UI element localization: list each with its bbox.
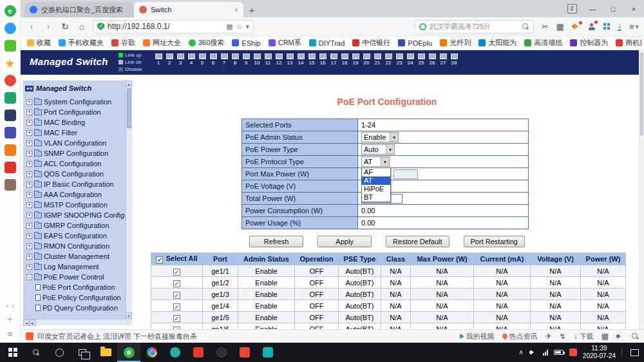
admin-status-select[interactable]: Enable ▼	[361, 132, 399, 142]
tray-expand-icon[interactable]: ∧	[519, 349, 524, 356]
news-headline[interactable]: 印度女官员记者会上 流泪诉苦 下一秒直接服毒自杀	[37, 332, 197, 341]
max-power-input[interactable]	[393, 169, 418, 179]
bookmark-star-icon[interactable]: ☆	[236, 23, 243, 30]
tree-expand-icon[interactable]	[26, 110, 32, 115]
bookmark-item[interactable]: POEplu	[394, 36, 436, 50]
hot-news-button[interactable]: 热点资讯	[502, 332, 538, 341]
power-type-select[interactable]: Auto ▼	[361, 144, 395, 155]
page-search-icon[interactable]	[632, 333, 639, 340]
scroll-right-icon[interactable]: ►	[30, 319, 36, 326]
download-icon[interactable]: ↓	[618, 23, 621, 31]
port-indicator[interactable]: 2	[166, 53, 173, 66]
nav-tree-item[interactable]: SNMP Configuration	[25, 148, 125, 158]
back-icon[interactable]: ‹	[26, 22, 37, 31]
browser-logo-icon[interactable]: e	[5, 5, 16, 17]
port-indicator[interactable]: 12	[275, 53, 283, 66]
nav-horizontal-scrollbar[interactable]: ◄ ►	[23, 319, 126, 325]
dropdown-option[interactable]: AT	[362, 176, 390, 185]
port-indicator[interactable]: 1	[155, 53, 162, 66]
misc-app-icon[interactable]	[5, 179, 16, 191]
taskbar-clock[interactable]: 11:39 2020-07-24	[583, 345, 616, 360]
nav-tree-item[interactable]: EAPS Configuration	[25, 231, 125, 241]
port-indicator[interactable]: 22	[384, 53, 392, 66]
dock-menu-icon[interactable]: ≡	[8, 329, 13, 339]
row-select-cell[interactable]	[151, 312, 203, 323]
nav-tree-item[interactable]: PoE Power Control	[25, 272, 125, 282]
browser-taskbar-button[interactable]: e	[117, 343, 140, 362]
row-select-cell[interactable]	[151, 277, 203, 289]
row-select-cell[interactable]	[151, 300, 203, 312]
scroll-down-icon[interactable]: ▼	[126, 312, 132, 319]
start-button[interactable]	[1, 343, 24, 362]
nav-tree-item[interactable]: Cluster Management	[25, 251, 125, 262]
row-checkbox[interactable]	[173, 280, 180, 287]
page-scroll-thumb[interactable]	[640, 52, 643, 136]
action-button[interactable]: Apply	[317, 236, 372, 247]
action-button[interactable]: Restore Default	[386, 236, 449, 247]
nav-tree-item[interactable]: ACL Configuration	[25, 158, 125, 169]
bookmark-item[interactable]: CRM系	[265, 36, 305, 50]
tab-count-button[interactable]: 2	[562, 0, 582, 17]
nav-tree-item[interactable]: Port Configuration	[25, 107, 125, 117]
tree-expand-icon[interactable]	[26, 254, 32, 260]
layout-grid-icon[interactable]: ▦	[601, 332, 609, 340]
nav-tree-item[interactable]: IGMP SNOOPING Configuratio	[25, 210, 125, 220]
tree-expand-icon[interactable]	[26, 264, 32, 270]
apps-icon[interactable]	[603, 23, 610, 30]
select-all-checkbox[interactable]	[156, 256, 163, 263]
nav-tree-item[interactable]: Log Management	[25, 262, 125, 272]
url-field[interactable]: http://192.168.0.1/ ▦ ☆ ▾	[93, 20, 254, 33]
bookmark-item[interactable]: EShip	[228, 36, 264, 50]
nav-tree-item[interactable]: IP Basic Configuration	[25, 179, 125, 189]
nav-tree-item[interactable]: AAA Configuration	[25, 189, 125, 200]
row-select-cell[interactable]	[151, 289, 203, 300]
mail-app-icon[interactable]	[5, 162, 16, 173]
page-scrollbar[interactable]	[639, 50, 644, 329]
port-indicator[interactable]: 14	[297, 53, 305, 66]
protocol-type-select[interactable]: AT ▼	[361, 157, 390, 167]
bookmark-item[interactable]: 中信银行	[348, 36, 394, 50]
forward-icon[interactable]: ›	[43, 22, 54, 31]
screenshot-scissors-icon[interactable]: ✂	[542, 23, 549, 31]
nav-tree-item[interactable]: PD Query Configuration	[25, 303, 125, 313]
security-shield-icon[interactable]	[97, 23, 104, 30]
port-indicator[interactable]: 25	[417, 53, 425, 66]
cortana-button[interactable]	[48, 343, 71, 362]
port-indicator[interactable]: 10	[253, 53, 261, 66]
volume-icon[interactable]	[529, 349, 537, 356]
port-indicator[interactable]: 9	[242, 53, 250, 66]
shop-app-icon[interactable]	[5, 144, 16, 156]
row-checkbox[interactable]	[173, 292, 180, 299]
wechat-icon[interactable]	[5, 40, 16, 52]
nav-tree-item[interactable]: MAC Binding	[25, 117, 125, 128]
action-button[interactable]: Port Restarting	[464, 236, 525, 247]
maximize-button[interactable]: □	[603, 0, 623, 17]
port-indicator[interactable]: 19	[352, 53, 359, 66]
app-button-teal[interactable]	[164, 343, 187, 362]
bookmark-item[interactable]: DIYTrad	[305, 36, 349, 50]
bookmark-item[interactable]: 高清墙纸	[520, 36, 566, 50]
tree-expand-icon[interactable]	[26, 223, 32, 229]
scroll-thumb[interactable]	[127, 88, 131, 128]
port-indicator[interactable]: 16	[319, 53, 327, 66]
tab-close-icon[interactable]: ×	[234, 6, 238, 14]
tree-expand-icon[interactable]	[26, 171, 32, 177]
row-checkbox[interactable]	[173, 303, 180, 310]
dock-back-icon[interactable]: ‹	[6, 301, 8, 309]
port-indicator[interactable]: 27	[439, 53, 447, 66]
messenger-icon[interactable]	[5, 23, 16, 34]
port-indicator[interactable]: 28	[450, 53, 458, 66]
scroll-up-icon[interactable]: ▲	[126, 81, 132, 87]
action-button[interactable]: Refresh	[249, 236, 303, 247]
bookmark-item[interactable]: 谷歌	[108, 36, 139, 50]
tab-switch[interactable]: Switch ×	[134, 2, 243, 17]
bookmark-item[interactable]: 收藏	[23, 36, 55, 50]
port-indicator[interactable]: 13	[286, 53, 294, 66]
tree-expand-icon[interactable]	[26, 161, 32, 167]
refresh-icon[interactable]: ↻	[59, 22, 71, 31]
speed-boost-icon[interactable]: ↯	[560, 332, 566, 340]
port-indicator[interactable]: 7	[220, 53, 228, 66]
row-select-cell[interactable]	[151, 323, 203, 330]
mute-icon[interactable]	[616, 333, 624, 339]
input-method-icon[interactable]	[569, 348, 577, 356]
